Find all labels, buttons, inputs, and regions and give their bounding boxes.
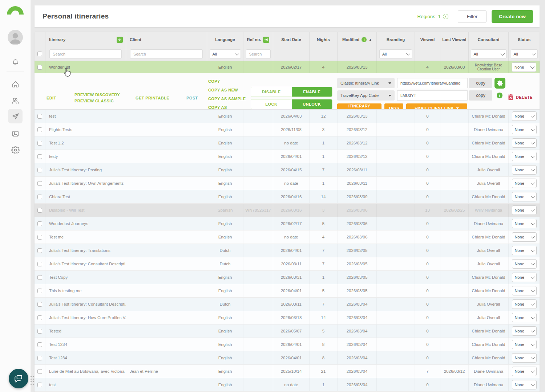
user-avatar[interactable] [8, 30, 23, 45]
copy-link[interactable]: COPY [208, 77, 246, 86]
status-dropdown[interactable]: None [512, 111, 537, 121]
row-checkbox[interactable] [37, 383, 42, 387]
row-checkbox[interactable] [37, 195, 42, 199]
table-row[interactable]: Julia's Test Itinerary: Consultant Descr… [35, 298, 540, 311]
sidebar-item-contacts[interactable] [8, 93, 23, 108]
cell-itinerary[interactable]: Wonderlust [45, 61, 126, 73]
cell-itinerary[interactable]: Julia's Test Itinerary: Translations [45, 244, 126, 257]
status-dropdown[interactable]: None [512, 179, 537, 188]
status-dropdown[interactable]: None [512, 286, 537, 295]
status-dropdown[interactable]: None [512, 313, 537, 322]
row-checkbox[interactable] [37, 65, 42, 70]
column-viewed[interactable]: Viewed [415, 32, 440, 47]
table-row[interactable]: Wonderlust Journeys English 2026/02/17 5… [35, 217, 540, 230]
row-checkbox[interactable] [37, 342, 42, 347]
status-dropdown[interactable]: None [512, 299, 537, 309]
consultant-filter-dropdown[interactable]: All [471, 49, 506, 59]
lock-button[interactable]: LOCK [251, 99, 292, 109]
sort-ascending-icon[interactable]: ▲ [369, 38, 372, 41]
select-all-checkbox[interactable] [37, 52, 42, 56]
sidebar-item-home[interactable] [8, 77, 23, 91]
table-row[interactable]: Julia's Test Itinerary: Posting English … [35, 163, 540, 177]
copy-as-link[interactable]: COPY AS [208, 103, 246, 110]
column-branding[interactable]: Branding [377, 32, 415, 47]
unlock-button[interactable]: UNLOCK [292, 99, 332, 109]
column-language[interactable]: Language [207, 32, 243, 47]
preview-discovery-link[interactable]: PREVIEW DISCOVERY [74, 93, 120, 97]
row-checkbox[interactable] [37, 127, 42, 132]
status-filter-dropdown[interactable]: All [511, 49, 538, 59]
drag-handle[interactable] [31, 376, 37, 387]
notifications-button[interactable] [8, 55, 23, 70]
sidebar-item-settings[interactable] [8, 143, 23, 157]
delete-button[interactable]: DELETE [508, 94, 533, 100]
column-itinerary[interactable]: Itinerary [45, 32, 126, 47]
row-checkbox[interactable] [37, 262, 42, 266]
table-row[interactable]: Disabled - Will Test Spanish WN78526317 … [35, 204, 540, 217]
travelkey-code-field[interactable]: LMU3YT [397, 90, 468, 101]
info-icon[interactable]: i [497, 93, 502, 98]
copy-url-button[interactable]: copy [469, 78, 492, 88]
table-row[interactable]: Flights Tests English 2026/11/08 3 2026/… [35, 123, 540, 136]
cell-itinerary[interactable]: Julia's Test Itinerary: Posting [45, 163, 126, 176]
column-modified[interactable]: Modified i ▲ [338, 32, 377, 47]
status-dropdown[interactable]: None [512, 353, 537, 363]
cell-itinerary[interactable]: Test me [45, 230, 126, 244]
status-dropdown[interactable]: None [512, 380, 537, 389]
copy-as-new-link[interactable]: COPY AS NEW [208, 86, 246, 94]
status-dropdown[interactable]: None [512, 326, 537, 336]
create-new-button[interactable]: Create new [492, 10, 533, 23]
table-row[interactable]: Julia's Test Itinerary: Own Arrangements… [35, 177, 540, 190]
table-row[interactable]: test English no date 1 2026/03/04 0 Dian… [35, 378, 540, 392]
info-icon[interactable]: i [362, 37, 367, 42]
column-ref[interactable]: Ref no. [243, 32, 273, 47]
export-icon[interactable] [117, 37, 123, 43]
itinerary-search-input[interactable] [49, 49, 122, 59]
status-dropdown[interactable]: None [512, 219, 537, 228]
status-dropdown[interactable]: None [512, 340, 537, 349]
cell-itinerary[interactable]: Tested [45, 324, 126, 338]
language-filter-dropdown[interactable]: All [210, 49, 241, 59]
disable-button[interactable]: DISABLE [251, 87, 292, 97]
row-checkbox[interactable] [37, 154, 42, 159]
row-checkbox[interactable] [37, 181, 42, 186]
sidebar-item-media[interactable] [8, 126, 23, 141]
row-checkbox[interactable] [37, 315, 42, 320]
copy-as-sample-link[interactable]: COPY AS SAMPLE [208, 94, 246, 103]
info-icon[interactable]: i [443, 14, 448, 19]
row-checkbox[interactable] [37, 329, 42, 334]
column-nights[interactable]: Nights [310, 32, 338, 47]
status-dropdown[interactable]: None [512, 246, 537, 255]
table-row[interactable]: This is testing me English 2026/04/01 5 … [35, 284, 540, 298]
column-consultant[interactable]: Consultant [469, 32, 509, 47]
table-row[interactable]: Julia's Test Itinerary: Translations Dut… [35, 244, 540, 257]
cell-itinerary[interactable]: Test 1.2 [45, 136, 126, 150]
copy-code-button[interactable]: copy [469, 90, 492, 101]
cell-itinerary[interactable]: Julia's Test Itinerary: How Core Profile… [45, 311, 126, 324]
row-checkbox[interactable] [37, 302, 42, 307]
row-checkbox[interactable] [37, 248, 42, 253]
email-client-link-button[interactable]: EMAIL CLIENT LINK [406, 103, 467, 110]
table-row[interactable]: Test me English no date 4 2026/03/06 0 C… [35, 230, 540, 244]
table-row[interactable]: Test 1234 English 2026/04/01 8 2026/03/0… [35, 338, 540, 351]
cell-itinerary[interactable]: Test Copy [45, 271, 126, 284]
column-start-date[interactable]: Start Date [273, 32, 310, 47]
table-row[interactable]: Test 1234 English 2026/04/01 8 2026/03/0… [35, 351, 540, 365]
table-row[interactable]: Tested English 2026/05/07 5 2026/03/04 0… [35, 324, 540, 338]
row-checkbox[interactable] [37, 208, 42, 213]
export-icon[interactable] [263, 37, 269, 43]
filter-button[interactable]: Filter [458, 10, 487, 23]
row-checkbox[interactable] [37, 356, 42, 360]
preview-classic-link[interactable]: PREVIEW CLASSIC [74, 99, 114, 103]
cell-itinerary[interactable]: Julia's Test Itinerary: Consultant Descr… [45, 257, 126, 270]
classic-link-type-dropdown[interactable]: Classic Itinerary Link [337, 78, 395, 88]
cell-itinerary[interactable]: Julia's Test Itinerary: Own Arrangements [45, 177, 126, 190]
status-dropdown[interactable]: None [512, 152, 537, 161]
status-dropdown[interactable]: None [512, 205, 537, 215]
cell-itinerary[interactable]: Test 1234 [45, 351, 126, 364]
column-last-viewed[interactable]: Last Viewed [440, 32, 469, 47]
cell-itinerary[interactable]: testy [45, 150, 126, 163]
brand-logo[interactable] [7, 6, 24, 15]
row-checkbox[interactable] [37, 275, 42, 280]
tags-button[interactable]: TAGS [384, 103, 403, 110]
